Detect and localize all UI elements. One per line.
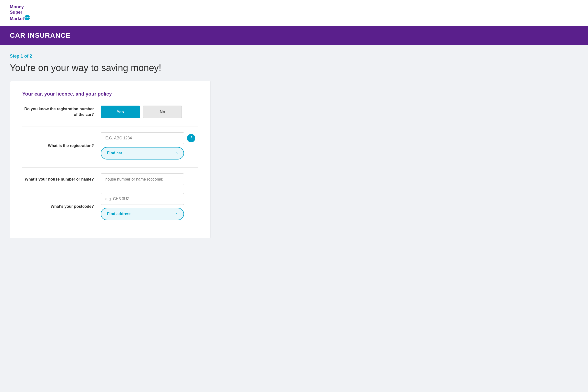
page-heading: You're on your way to saving money! [10,63,211,73]
banner-title: CAR INSURANCE [10,32,70,39]
separator-2 [22,167,198,168]
main-content: Step 1 of 2 You're on your way to saving… [0,45,220,247]
house-input-row: What's your house number or name? [22,174,198,185]
house-input-label: What's your house number or name? [22,177,101,182]
registration-input-row: What is the registration? i Find car › [22,132,198,160]
find-car-button[interactable]: Find car › [101,147,184,160]
registration-input[interactable] [101,132,184,144]
header-area: Money Super Market.com [0,0,588,26]
registration-field-row: i [101,132,198,144]
registration-input-area: i Find car › [101,132,198,160]
chevron-right-icon-2: › [176,212,178,216]
house-input[interactable] [101,174,184,185]
form-card: Your car, your licence, and your policy … [10,81,211,238]
postcode-input-row: What's your postcode? Find address › [22,193,198,220]
yes-button[interactable]: Yes [101,106,140,118]
yes-no-row: Yes No [101,106,198,118]
logo-com: .com [24,15,30,20]
registration-input-label: What is the registration? [22,143,101,148]
postcode-input-label: What's your postcode? [22,204,101,209]
house-input-area [101,174,198,185]
postcode-input[interactable] [101,193,184,205]
step-label: Step 1 of 2 [10,54,211,59]
logo-text: Money Super Market.com [10,4,30,22]
yes-no-controls: Yes No [101,106,198,118]
info-icon[interactable]: i [187,134,195,142]
postcode-input-area: Find address › [101,193,198,220]
find-address-button[interactable]: Find address › [101,208,184,220]
registration-question-row: Do you know the registration number of t… [22,106,198,118]
logo: Money Super Market.com [10,4,30,22]
banner: CAR INSURANCE [0,26,588,45]
registration-question-label: Do you know the registration number of t… [22,106,101,117]
chevron-right-icon: › [176,151,178,156]
section-title: Your car, your licence, and your policy [22,91,198,97]
no-button[interactable]: No [143,106,182,118]
separator-1 [22,126,198,126]
